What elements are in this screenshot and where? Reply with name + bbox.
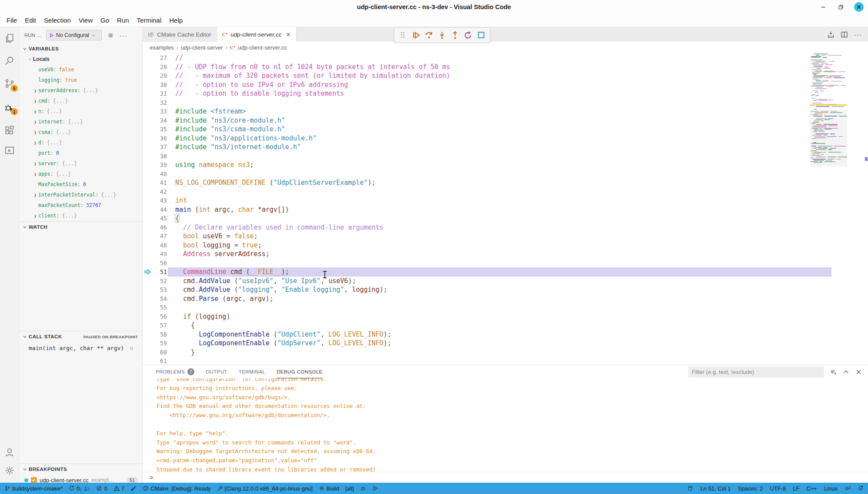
- close-panel-icon[interactable]: [855, 369, 862, 375]
- panel-tab-output[interactable]: OUTPUT: [206, 365, 227, 378]
- statusbar-cmake-debug[interactable]: [360, 485, 366, 491]
- line-number[interactable]: 45: [153, 214, 167, 223]
- code-line[interactable]: 40: [143, 170, 868, 179]
- section-header-watch[interactable]: WATCH: [19, 222, 142, 232]
- line-number[interactable]: 56: [153, 312, 167, 321]
- variable-row[interactable]: ❯csma:{...}: [19, 127, 142, 137]
- activity-accounts[interactable]: [0, 443, 19, 462]
- code-line[interactable]: 37#include "ns3/internet-module.h": [143, 143, 868, 152]
- line-number[interactable]: 49: [153, 250, 167, 259]
- tab-cmake-cache-editor[interactable]: CMake Cache Editor: [143, 27, 217, 42]
- line-number[interactable]: 46: [153, 223, 167, 232]
- variable-row[interactable]: ❯n:{...}: [19, 106, 142, 117]
- line-number[interactable]: 28: [153, 63, 167, 72]
- code-line[interactable]: 49 Address serverAddress;: [143, 250, 868, 259]
- line-number[interactable]: 48: [153, 241, 167, 250]
- code-line[interactable]: 36#include "ns3/applications-module.h": [143, 134, 868, 143]
- variable-row[interactable]: ❯internet:{...}: [19, 117, 142, 127]
- code-line[interactable]: 60 }: [143, 348, 868, 357]
- activity-source-control[interactable]: 6: [0, 74, 19, 93]
- line-number[interactable]: 61: [153, 357, 167, 365]
- breadcrumb-item[interactable]: examples: [150, 44, 174, 51]
- menu-run[interactable]: Run: [113, 17, 133, 24]
- statusbar-cmake-target[interactable]: [all]: [345, 485, 354, 492]
- variable-row[interactable]: ❯cmd:{...}: [19, 96, 142, 106]
- section-header-call-stack[interactable]: CALL STACKPAUSED ON BREAKPOINT: [19, 331, 142, 342]
- code-line[interactable]: 54 cmd.Parse (argc, argv);: [143, 294, 868, 304]
- statusbar-cmake-run[interactable]: [372, 485, 378, 491]
- code-line[interactable]: 35#include "ns3/csma-module.h": [143, 125, 868, 134]
- activity-explorer[interactable]: [0, 29, 19, 48]
- activity-settings[interactable]: [0, 461, 19, 480]
- code-line[interactable]: 44main (int argc, char *argv[]): [143, 205, 868, 214]
- menu-terminal[interactable]: Terminal: [133, 17, 166, 24]
- variable-row[interactable]: MaxPacketSize:0: [19, 179, 142, 190]
- code-line[interactable]: 57 {: [143, 321, 868, 330]
- step-into-icon[interactable]: [437, 30, 447, 40]
- code-line[interactable]: 50: [143, 259, 868, 268]
- line-number[interactable]: 50: [153, 259, 167, 268]
- menu-help[interactable]: Help: [165, 17, 187, 24]
- statusbar-eol[interactable]: LF: [793, 485, 799, 492]
- variable-row[interactable]: ❯apps:{...}: [19, 169, 142, 179]
- line-number[interactable]: 59: [153, 339, 167, 348]
- statusbar-cmake-kit[interactable]: [Clang 12.0.0 x86_64-pc-linux-gnu]: [217, 485, 313, 492]
- variable-row[interactable]: ❯interPacketInterval:{...}: [19, 190, 142, 200]
- variable-row[interactable]: useV6:false: [19, 64, 142, 75]
- code-line[interactable]: 30// - option to use IPv4 or IPv6 addres…: [143, 80, 868, 90]
- variable-row[interactable]: ❯client:{...}: [19, 210, 142, 221]
- line-number[interactable]: 43: [153, 196, 167, 205]
- line-number[interactable]: 38: [153, 152, 167, 161]
- menu-selection[interactable]: Selection: [40, 17, 75, 24]
- statusbar-language-mode[interactable]: C++: [806, 485, 817, 492]
- line-number[interactable]: 40: [153, 170, 167, 179]
- variable-row[interactable]: ❯d:{...}: [19, 137, 142, 148]
- line-number[interactable]: 60: [153, 348, 167, 357]
- stop-icon[interactable]: [477, 30, 486, 40]
- continue-icon[interactable]: [411, 30, 421, 40]
- code-line[interactable]: 45{: [143, 214, 868, 223]
- step-over-icon[interactable]: [424, 30, 434, 40]
- statusbar-cursor-position[interactable]: Ln 51, Col 1: [700, 485, 731, 492]
- debug-configuration-dropdown[interactable]: No Configural: [46, 30, 102, 40]
- statusbar-errors[interactable]: 0: [96, 485, 107, 492]
- variable-row[interactable]: ❯server:{...}: [19, 158, 142, 169]
- line-number[interactable]: 51: [153, 267, 167, 277]
- run-tests-download-icon[interactable]: [827, 31, 835, 38]
- code-line[interactable]: 41NS_LOG_COMPONENT_DEFINE ("UdpClientSer…: [143, 178, 868, 187]
- activity-run-and-debug[interactable]: 1: [0, 97, 19, 117]
- code-line[interactable]: 33#include <fstream>: [143, 107, 868, 116]
- code-line[interactable]: 61: [143, 357, 868, 365]
- statusbar-cmake-status[interactable]: CMake: [Debug]: Ready: [143, 485, 211, 492]
- code-line[interactable]: 42: [143, 187, 868, 197]
- line-number[interactable]: 52: [153, 277, 167, 286]
- line-number[interactable]: 39: [153, 160, 167, 170]
- code-line[interactable]: 48 bool logging = true;: [143, 241, 868, 250]
- step-out-icon[interactable]: [451, 30, 460, 40]
- breadcrumb-item[interactable]: udp-client-server: [181, 44, 223, 51]
- line-number[interactable]: 47: [153, 232, 167, 241]
- code-line[interactable]: 58 LogComponentEnable ("UdpClient", LOG_…: [143, 330, 868, 339]
- line-number[interactable]: 54: [153, 294, 167, 304]
- variable-row[interactable]: ❯serverAddress:{...}: [19, 85, 142, 96]
- line-number[interactable]: 41: [153, 178, 167, 187]
- split-editor-icon[interactable]: [841, 31, 848, 38]
- code-line[interactable]: 47 bool useV6 = false;: [143, 232, 868, 241]
- code-line[interactable]: 53 cmd.AddValue ("logging", "Enable logg…: [143, 285, 868, 294]
- section-header-breakpoints[interactable]: BREAKPOINTS: [19, 464, 142, 474]
- statusbar-sync-changes[interactable]: 0↓ 1↑: [69, 485, 90, 492]
- code-line[interactable]: 39using namespace ns3;: [143, 160, 868, 170]
- line-number[interactable]: 35: [153, 125, 167, 134]
- line-number[interactable]: 36: [153, 134, 167, 143]
- code-line[interactable]: 38: [143, 152, 868, 161]
- statusbar-remote-os[interactable]: Linux: [824, 485, 838, 492]
- code-line[interactable]: 51 CommandLine cmd (__FILE__);: [143, 267, 868, 277]
- statusbar-encoding[interactable]: UTF-8: [770, 485, 786, 492]
- statusbar-notifications[interactable]: [858, 485, 864, 491]
- tab-udp-client-server-cc[interactable]: C⁺udp-client-server.cc✕: [217, 27, 297, 42]
- line-number[interactable]: 32: [153, 98, 167, 107]
- panel-tab-problems[interactable]: PROBLEMS7: [156, 365, 194, 378]
- statusbar-feedback[interactable]: [845, 485, 851, 491]
- code-editor[interactable]: 27//28// - UDP flow from n0 to n1 of 102…: [143, 53, 868, 365]
- code-line[interactable]: 28// - UDP flow from n0 to n1 of 1024 by…: [143, 63, 868, 72]
